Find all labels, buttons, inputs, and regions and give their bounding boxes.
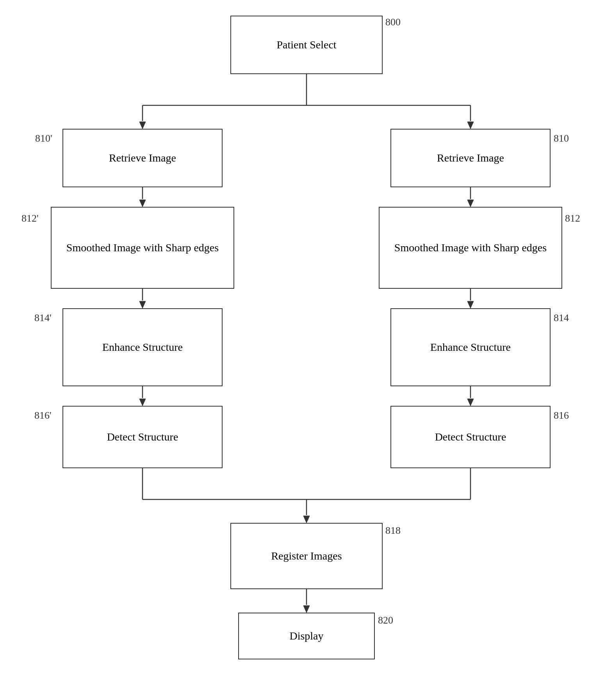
detect-left-label: Detect Structure xyxy=(107,430,178,444)
diagram-container: Patient Select 800 Retrieve Image 810' R… xyxy=(0,0,613,700)
smoothed-right-box: Smoothed Image with Sharp edges xyxy=(379,207,562,289)
retrieve-right-box: Retrieve Image xyxy=(390,129,551,187)
svg-marker-9 xyxy=(139,301,146,308)
label-816: 816 xyxy=(554,410,569,421)
label-820: 820 xyxy=(378,615,393,626)
smoothed-left-label: Smoothed Image with Sharp edges xyxy=(66,241,219,255)
label-816prime: 816' xyxy=(34,410,52,421)
svg-marker-11 xyxy=(139,399,146,406)
retrieve-left-box: Retrieve Image xyxy=(62,129,223,187)
detect-right-label: Detect Structure xyxy=(435,430,506,444)
svg-marker-13 xyxy=(467,200,474,207)
label-818: 818 xyxy=(385,525,401,537)
svg-marker-3 xyxy=(139,122,146,129)
svg-marker-7 xyxy=(139,200,146,207)
patient-select-box: Patient Select xyxy=(230,16,383,74)
svg-marker-22 xyxy=(303,516,310,523)
smoothed-left-box: Smoothed Image with Sharp edges xyxy=(51,207,234,289)
register-box: Register Images xyxy=(230,523,383,589)
detect-right-box: Detect Structure xyxy=(390,406,551,468)
label-800: 800 xyxy=(385,16,401,28)
enhance-left-label: Enhance Structure xyxy=(102,340,183,354)
label-814: 814 xyxy=(554,312,569,324)
smoothed-right-label: Smoothed Image with Sharp edges xyxy=(394,241,547,255)
retrieve-right-label: Retrieve Image xyxy=(437,151,504,165)
enhance-right-label: Enhance Structure xyxy=(430,340,511,354)
label-812: 812 xyxy=(565,213,580,224)
register-label: Register Images xyxy=(271,549,342,563)
patient-select-label: Patient Select xyxy=(276,38,336,52)
detect-left-box: Detect Structure xyxy=(62,406,223,468)
enhance-left-box: Enhance Structure xyxy=(62,308,223,386)
label-810: 810 xyxy=(554,133,569,144)
svg-marker-5 xyxy=(467,122,474,129)
display-label: Display xyxy=(289,629,323,643)
label-812prime: 812' xyxy=(21,213,39,224)
enhance-right-box: Enhance Structure xyxy=(390,308,551,386)
svg-marker-24 xyxy=(303,606,310,613)
svg-marker-17 xyxy=(467,399,474,406)
retrieve-left-label: Retrieve Image xyxy=(109,151,176,165)
svg-marker-15 xyxy=(467,301,474,308)
display-box: Display xyxy=(238,613,375,659)
label-814prime: 814' xyxy=(34,312,52,324)
label-810prime: 810' xyxy=(35,133,52,144)
